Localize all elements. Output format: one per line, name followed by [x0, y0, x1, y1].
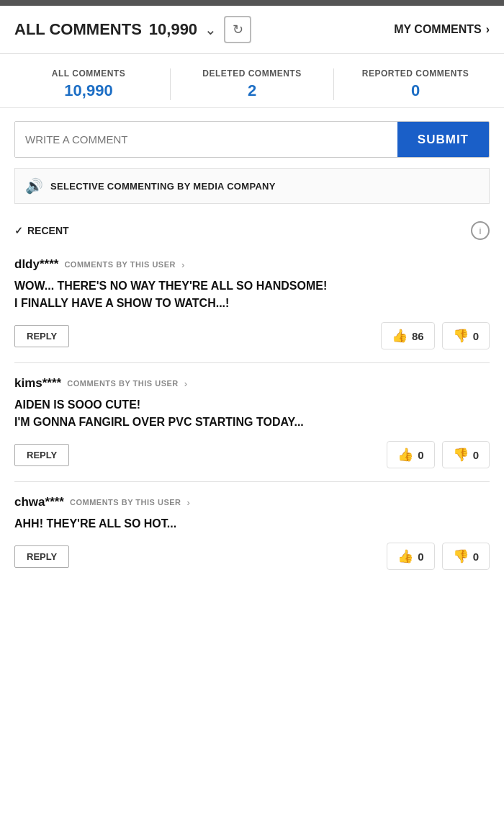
comment-2-user-row: kims**** COMMENTS BY THIS USER › — [14, 376, 490, 391]
comment-2-vote-row: 👍 0 👎 0 — [387, 441, 490, 468]
comment-1-chevron[interactable]: › — [181, 259, 184, 270]
comment-2-chevron[interactable]: › — [184, 378, 187, 389]
tab-reported-label: REPORTED COMMENTS — [341, 68, 490, 79]
comment-3-upvote-count: 0 — [418, 551, 423, 563]
tab-reported-comments[interactable]: REPORTED COMMENTS 0 — [341, 68, 490, 100]
selective-text: SELECTIVE COMMENTING BY MEDIA COMPANY — [50, 181, 276, 192]
comment-2: kims**** COMMENTS BY THIS USER › AIDEN I… — [0, 363, 504, 468]
checkmark-icon: ✓ — [14, 225, 23, 236]
comment-3-user-row: chwa**** COMMENTS BY THIS USER › — [14, 495, 490, 509]
sort-label[interactable]: ✓ RECENT — [14, 225, 69, 236]
tabs-row: ALL COMMENTS 10,990 DELETED COMMENTS 2 R… — [0, 54, 504, 108]
refresh-icon: ↻ — [233, 22, 243, 37]
sort-dropdown-icon[interactable]: ⌄ — [204, 21, 217, 38]
sort-row: ✓ RECENT i — [0, 214, 504, 244]
comment-input-row: SUBMIT — [14, 121, 490, 158]
downvote-icon-2: 👎 — [453, 447, 469, 463]
comment-1-text: WOW... THERE'S NO WAY THEY'RE ALL SO HAN… — [14, 277, 490, 312]
comment-3-actions: REPLY 👍 0 👎 0 — [14, 543, 490, 570]
comment-3-upvote-button[interactable]: 👍 0 — [387, 543, 434, 570]
header: ALL COMMENTS 10,990 ⌄ ↻ MY COMMENTS › — [0, 6, 504, 54]
my-comments-label: MY COMMENTS — [394, 23, 481, 36]
downvote-icon: 👎 — [453, 328, 469, 344]
downvote-icon-3: 👎 — [453, 548, 469, 564]
comment-2-downvote-count: 0 — [473, 449, 479, 461]
all-comments-header-label: ALL COMMENTS — [14, 20, 142, 39]
comment-2-downvote-button[interactable]: 👎 0 — [442, 441, 490, 468]
comment-2-upvote-count: 0 — [418, 449, 423, 461]
my-comments-chevron: › — [486, 23, 490, 36]
comment-1-upvote-button[interactable]: 👍 86 — [381, 322, 435, 349]
submit-button[interactable]: SUBMIT — [397, 122, 489, 157]
comment-1-upvote-count: 86 — [412, 330, 424, 342]
comment-2-username: kims**** — [14, 376, 61, 391]
refresh-button[interactable]: ↻ — [224, 16, 251, 43]
comment-input[interactable] — [15, 122, 397, 157]
comment-1-downvote-button[interactable]: 👎 0 — [442, 322, 490, 349]
comment-2-upvote-button[interactable]: 👍 0 — [387, 441, 434, 468]
tab-all-comments-label: ALL COMMENTS — [14, 68, 163, 79]
comment-2-reply-button[interactable]: REPLY — [14, 444, 69, 466]
selective-banner: 🔊 SELECTIVE COMMENTING BY MEDIA COMPANY — [14, 168, 490, 204]
upvote-icon-3: 👍 — [397, 548, 413, 564]
upvote-icon: 👍 — [392, 328, 408, 344]
comment-2-actions: REPLY 👍 0 👎 0 — [14, 441, 490, 468]
comment-1-vote-row: 👍 86 👎 0 — [381, 322, 490, 349]
tab-deleted-comments[interactable]: DELETED COMMENTS 2 — [178, 68, 326, 100]
upvote-icon-2: 👍 — [397, 447, 413, 463]
tab-all-comments[interactable]: ALL COMMENTS 10,990 — [14, 68, 163, 100]
comment-3-by-label: COMMENTS BY THIS USER — [70, 498, 181, 507]
tab-all-comments-count: 10,990 — [14, 81, 163, 100]
tab-deleted-label: DELETED COMMENTS — [178, 68, 326, 79]
header-left: ALL COMMENTS 10,990 ⌄ ↻ — [14, 16, 251, 43]
comment-1-actions: REPLY 👍 86 👎 0 — [14, 322, 490, 349]
tab-divider-1 — [170, 68, 171, 100]
comment-3-text: AHH! THEY'RE ALL SO HOT... — [14, 515, 490, 532]
tab-deleted-count: 2 — [178, 81, 326, 100]
info-icon[interactable]: i — [471, 221, 490, 240]
comment-3-chevron[interactable]: › — [187, 497, 190, 508]
tab-reported-count: 0 — [341, 81, 490, 100]
top-bar — [0, 0, 504, 6]
info-symbol: i — [480, 226, 482, 236]
comment-3-username: chwa**** — [14, 495, 64, 509]
comment-2-by-label: COMMENTS BY THIS USER — [67, 379, 179, 388]
comment-3-downvote-count: 0 — [473, 551, 479, 563]
tab-divider-2 — [333, 68, 334, 100]
comment-1-username: dldy**** — [14, 257, 58, 272]
comment-3-downvote-button[interactable]: 👎 0 — [442, 543, 490, 570]
comment-3-vote-row: 👍 0 👎 0 — [387, 543, 490, 570]
comment-1-downvote-count: 0 — [473, 330, 479, 342]
comment-3-reply-button[interactable]: REPLY — [14, 545, 69, 568]
comment-1-user-row: dldy**** COMMENTS BY THIS USER › — [14, 257, 490, 272]
comment-3: chwa**** COMMENTS BY THIS USER › AHH! TH… — [0, 482, 504, 570]
sort-recent-label: RECENT — [27, 225, 69, 236]
comment-2-text: AIDEN IS SOOO CUTE!I'M GONNA FANGIRL OVE… — [14, 396, 490, 431]
comment-1-reply-button[interactable]: REPLY — [14, 325, 69, 347]
my-comments-link[interactable]: MY COMMENTS › — [394, 23, 490, 36]
header-total-count: 10,990 — [149, 20, 197, 39]
comment-1-by-label: COMMENTS BY THIS USER — [64, 260, 176, 269]
speaker-icon: 🔊 — [25, 177, 43, 195]
comment-1: dldy**** COMMENTS BY THIS USER › WOW... … — [0, 244, 504, 349]
